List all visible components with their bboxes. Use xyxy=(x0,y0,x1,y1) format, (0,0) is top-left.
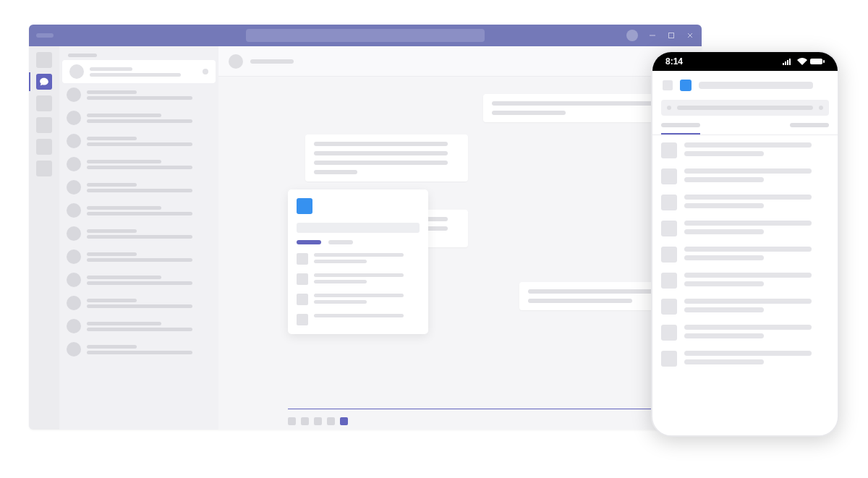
composer-gif-icon[interactable] xyxy=(327,417,335,425)
mobile-result-item[interactable] xyxy=(661,273,829,289)
mobile-result-item[interactable] xyxy=(661,247,829,263)
rail-teams[interactable] xyxy=(36,95,52,111)
mobile-result-item[interactable] xyxy=(661,325,829,341)
result-thumb-icon xyxy=(297,294,308,305)
popup-search-input[interactable] xyxy=(297,223,420,233)
mobile-result-item[interactable] xyxy=(661,195,829,210)
app-rail xyxy=(29,46,59,430)
chat-list-panel xyxy=(59,46,218,430)
signal-icon xyxy=(783,58,794,65)
clear-icon[interactable] xyxy=(819,106,823,110)
chat-list-item[interactable] xyxy=(59,199,218,222)
chat-list-item[interactable] xyxy=(59,338,218,361)
titlebar xyxy=(29,25,702,46)
mobile-tab[interactable] xyxy=(661,123,700,135)
rail-calendar[interactable] xyxy=(36,117,52,133)
chat-list-item[interactable] xyxy=(59,83,218,106)
popup-result-item[interactable] xyxy=(297,314,420,325)
back-button[interactable] xyxy=(663,80,673,90)
popup-result-item[interactable] xyxy=(297,273,420,285)
profile-avatar[interactable] xyxy=(626,30,638,41)
mobile-title xyxy=(699,82,813,89)
mobile-result-item[interactable] xyxy=(661,168,829,184)
svg-rect-9 xyxy=(823,60,825,63)
chat-list-item[interactable] xyxy=(59,129,218,153)
result-thumb-icon xyxy=(297,253,308,265)
chat-list-item[interactable] xyxy=(59,291,218,315)
popup-result-item[interactable] xyxy=(297,294,420,305)
svg-rect-5 xyxy=(785,61,786,65)
search-icon xyxy=(667,106,671,110)
message-composer[interactable] xyxy=(288,409,686,409)
close-button[interactable] xyxy=(686,31,694,40)
message-bubble-incoming[interactable] xyxy=(305,135,468,182)
app-menu-icon[interactable] xyxy=(36,33,54,38)
rail-files[interactable] xyxy=(36,161,52,176)
conversation-title xyxy=(250,59,294,64)
conversation-avatar xyxy=(229,54,243,69)
mobile-status-bar: 8:14 xyxy=(652,52,838,71)
app-icon xyxy=(680,80,692,91)
popup-tab[interactable] xyxy=(328,240,353,244)
composer-emoji-icon[interactable] xyxy=(314,417,322,425)
mobile-tab[interactable] xyxy=(790,123,829,135)
chat-list-item[interactable] xyxy=(59,153,218,176)
svg-rect-4 xyxy=(783,63,784,65)
chat-list-item[interactable] xyxy=(59,176,218,199)
chat-avatar xyxy=(69,64,84,79)
mobile-result-item[interactable] xyxy=(661,351,829,367)
message-extension-popup xyxy=(288,189,428,334)
composer-format-icon[interactable] xyxy=(288,417,296,425)
chat-list-item[interactable] xyxy=(59,245,218,268)
chat-list-header xyxy=(59,54,218,57)
popup-result-list xyxy=(297,253,420,325)
mobile-result-list xyxy=(652,135,838,374)
wifi-icon xyxy=(797,58,807,65)
chat-bubble-icon xyxy=(39,77,49,87)
composer-attach-icon[interactable] xyxy=(301,417,309,425)
desktop-window xyxy=(29,25,702,430)
mobile-header xyxy=(652,71,838,100)
rail-chat[interactable] xyxy=(36,74,52,90)
rail-activity[interactable] xyxy=(36,52,52,68)
svg-rect-8 xyxy=(810,59,822,64)
chat-list-item[interactable] xyxy=(62,60,216,83)
conversation-pane xyxy=(218,46,702,430)
chat-list-item[interactable] xyxy=(59,268,218,291)
global-search-input[interactable] xyxy=(246,29,485,42)
app-icon xyxy=(297,198,312,214)
result-thumb-icon xyxy=(661,142,677,158)
maximize-button[interactable] xyxy=(667,31,676,40)
rail-calls[interactable] xyxy=(36,139,52,155)
composer-toolbar xyxy=(288,417,348,425)
mobile-result-item[interactable] xyxy=(661,299,829,315)
svg-rect-6 xyxy=(787,60,788,65)
chat-badge xyxy=(203,69,208,74)
composer-extension-icon[interactable] xyxy=(340,417,348,425)
minimize-button[interactable] xyxy=(648,31,657,40)
popup-tabs xyxy=(297,240,420,244)
mobile-result-item[interactable] xyxy=(661,221,829,236)
mobile-tabs xyxy=(652,123,838,135)
status-time: 8:14 xyxy=(665,56,683,67)
conversation-header xyxy=(218,46,702,77)
result-thumb-icon xyxy=(297,314,308,325)
mobile-search-input[interactable] xyxy=(661,100,829,116)
chat-list-item[interactable] xyxy=(59,222,218,245)
mobile-device: 8:14 xyxy=(651,51,839,437)
popup-result-item[interactable] xyxy=(297,253,420,265)
result-thumb-icon xyxy=(297,273,308,285)
chat-list-item[interactable] xyxy=(59,315,218,338)
battery-icon xyxy=(810,58,825,65)
svg-rect-1 xyxy=(669,33,674,38)
svg-rect-7 xyxy=(789,59,791,65)
chat-list-item[interactable] xyxy=(59,106,218,129)
popup-tab[interactable] xyxy=(297,240,321,244)
mobile-result-item[interactable] xyxy=(661,142,829,158)
